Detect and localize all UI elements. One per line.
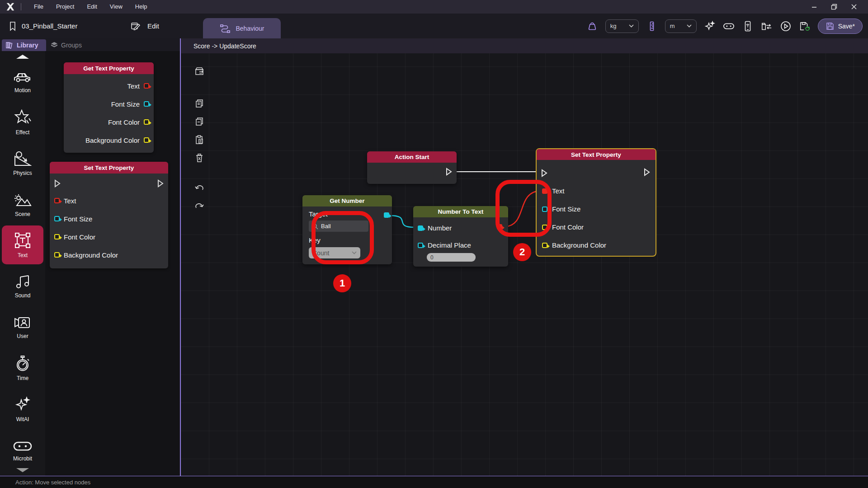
port-label: Background Color [64,251,118,259]
port-label: Text [127,82,140,90]
device-phone-icon[interactable] [742,20,754,32]
sidebar-label: Scene [15,211,30,217]
tab-library[interactable]: Library [2,39,46,51]
sound-notes-icon [14,273,31,290]
sidebar-item-time[interactable]: Time [0,349,45,388]
undo-icon[interactable] [193,182,205,193]
output-port-number[interactable] [384,212,389,218]
redo-icon[interactable] [193,200,205,211]
play-icon[interactable] [780,20,792,32]
node-set-text-property[interactable]: Set Text Property Text Font Size Font Co… [536,148,656,257]
input-port-background-color[interactable] [54,252,60,258]
length-unit-value: m [670,23,675,29]
bookmark-icon [8,21,17,31]
app-logo-icon [5,2,15,12]
menu-bar: File Project Edit View Help [0,0,868,14]
ai-sparkle-icon[interactable] [704,20,716,32]
node-header[interactable]: Set Text Property [50,162,168,174]
paste-icon[interactable] [193,134,205,145]
sidebar-label: Sound [15,292,31,299]
sidebar-item-scene[interactable]: Scene [0,185,45,224]
cut-copy-icon[interactable] [193,116,205,127]
output-port-background-color[interactable] [144,137,149,143]
input-port-number[interactable] [418,225,423,231]
menu-project[interactable]: Project [50,0,80,14]
sidebar-label: Motion [14,87,31,94]
scroll-down-icon[interactable] [0,468,45,473]
decimal-place-input[interactable] [427,253,476,262]
library-node-get-text-property[interactable]: Get Text Property Text Font Size Font Co… [64,62,154,153]
sidebar-item-effect[interactable]: Effect [0,103,45,142]
behaviour-canvas[interactable]: Score -> UpdateScore [180,38,868,476]
text-frame-icon [14,231,32,249]
user-camera-icon [13,315,32,330]
tab-groups[interactable]: Groups [51,39,82,51]
node-title: Set Text Property [84,164,134,171]
save-button[interactable]: Save* [818,19,863,34]
node-header[interactable]: Get Text Property [64,62,154,74]
microbit-face-icon[interactable] [723,20,735,32]
save-sync-icon[interactable] [799,20,811,32]
flow-in-port[interactable] [54,179,61,188]
input-port-font-size[interactable] [54,216,60,221]
project-name: 03_Pinball_Starter [22,22,77,30]
flow-in-port[interactable] [541,169,547,177]
mass-unit-value: kg [610,23,617,29]
output-port-font-size[interactable] [144,101,149,107]
motion-car-icon [13,69,32,84]
delete-icon[interactable] [193,152,205,164]
node-header[interactable]: Get Number [302,195,392,206]
menu-edit[interactable]: Edit [80,0,103,14]
badge-number: 2 [519,246,525,258]
output-port-font-color[interactable] [144,119,149,125]
restore-icon[interactable] [826,1,842,13]
sidebar-item-motion[interactable]: Motion [0,62,45,101]
port-label: Font Color [108,118,140,126]
copy-icon[interactable] [193,98,205,109]
menu-help[interactable]: Help [129,0,154,14]
sidebar-item-physics[interactable]: Physics [0,144,45,183]
sidebar-item-microbit[interactable]: Microbit [0,431,45,470]
node-header[interactable]: Set Text Property [537,149,656,160]
edit-mode-button[interactable]: Edit [130,14,159,38]
node-header[interactable]: Action Start [367,151,457,163]
port-label: Decimal Place [428,241,471,249]
annotation-badge-1: 1 [333,274,351,292]
port-row-font-size: Font Size [50,210,168,228]
mass-unit-select[interactable]: kg [605,19,639,33]
input-port-text[interactable] [54,198,60,203]
menu-view[interactable]: View [104,0,129,14]
length-unit-icon [646,20,658,32]
sidebar-item-user[interactable]: User [0,308,45,347]
port-row-background-color: Background Color [542,241,606,249]
port-row-decimal-place: Decimal Place [418,241,471,249]
scroll-up-icon[interactable] [0,54,45,59]
node-action-start[interactable]: Action Start [367,151,457,184]
flow-out-port[interactable] [157,179,164,188]
output-port-text[interactable] [144,83,149,89]
menu-file[interactable]: File [28,0,50,14]
edit-label: Edit [147,22,159,30]
node-title: Get Text Property [83,65,134,72]
group-node-icon[interactable] [193,66,205,77]
length-unit-select[interactable]: m [665,19,697,33]
library-node-set-text-property[interactable]: Set Text Property Text Font Size Font Co… [50,162,168,268]
flow-out-port[interactable] [446,168,452,176]
input-port-font-color[interactable] [54,234,60,239]
node-library-panel: Get Text Property Text Font Size Font Co… [45,51,179,476]
flow-out-port[interactable] [644,168,650,176]
input-port-background-color[interactable] [542,243,547,248]
file-transfer-icon[interactable] [761,20,773,32]
menu-separator [21,3,21,10]
input-port-decimal-place[interactable] [418,243,423,248]
sidebar-item-witai[interactable]: WitAI [0,390,45,429]
sidebar-item-text[interactable]: Text [2,225,43,264]
sidebar-item-sound[interactable]: Sound [0,267,45,305]
minimize-icon[interactable] [807,1,822,13]
sidebar-label: Text [18,252,28,258]
tab-behaviour[interactable]: Behaviour [203,18,281,38]
node-number-to-text[interactable]: Number To Text Number Decimal Place [413,206,508,267]
node-header[interactable]: Number To Text [413,206,508,217]
close-icon[interactable] [846,1,862,13]
annotation-rect-1 [311,211,374,264]
